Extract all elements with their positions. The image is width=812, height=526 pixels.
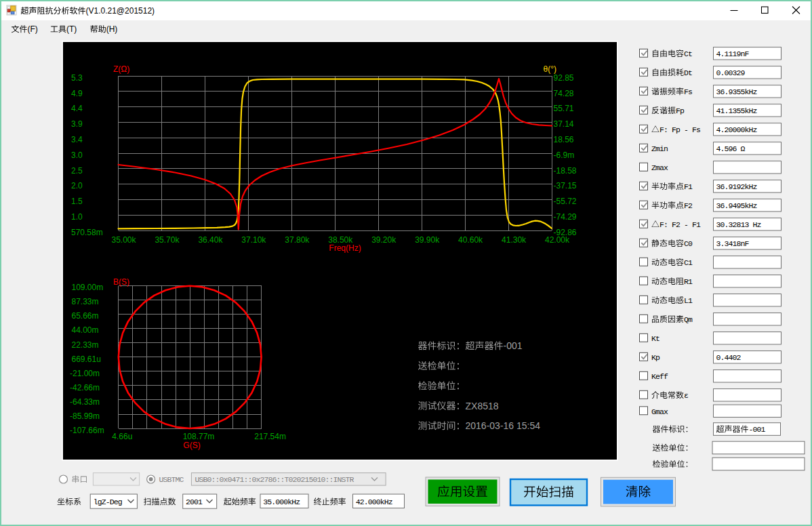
svg-text:-107.66m: -107.66m <box>70 426 104 435</box>
svg-text:35.00k: 35.00k <box>111 235 136 245</box>
svg-text:Qm: Qm <box>684 315 693 324</box>
svg-text:4.9: 4.9 <box>71 89 83 98</box>
svg-text:1.0: 1.0 <box>71 212 83 222</box>
svg-text:F1: F1 <box>684 182 693 191</box>
svg-text:Gmax: Gmax <box>651 407 668 416</box>
svg-text:-55.72: -55.72 <box>554 197 577 206</box>
svg-text:0.4402: 0.4402 <box>716 353 742 362</box>
svg-text:4.20000kHz: 4.20000kHz <box>716 125 757 134</box>
svg-text:-74.29: -74.29 <box>554 212 577 222</box>
svg-text:5.3: 5.3 <box>71 73 83 83</box>
svg-text:ZX8518: ZX8518 <box>466 401 499 411</box>
svg-text:3.3418nF: 3.3418nF <box>716 239 750 248</box>
svg-text:37.10k: 37.10k <box>241 235 266 245</box>
svg-text:(T): (T) <box>66 24 77 34</box>
svg-text:F: F2 - F1: F: F2 - F1 <box>659 220 701 229</box>
svg-text:36.9192kHz: 36.9192kHz <box>716 182 757 191</box>
svg-text:44.00m: 44.00m <box>72 325 99 335</box>
svg-text:87.33m: 87.33m <box>72 297 99 306</box>
svg-text:0.00329: 0.00329 <box>716 68 746 77</box>
svg-text:Ct: Ct <box>684 49 692 58</box>
svg-text:2016-03-16 15:54: 2016-03-16 15:54 <box>466 420 541 431</box>
svg-text:F: Fp - Fs: F: Fp - Fs <box>659 125 700 134</box>
svg-text:36.9355kHz: 36.9355kHz <box>716 87 757 96</box>
svg-text:2.0: 2.0 <box>71 181 83 190</box>
svg-text:65.66m: 65.66m <box>72 311 99 321</box>
svg-text:Fp: Fp <box>676 106 685 115</box>
svg-text:92.85: 92.85 <box>554 73 574 83</box>
svg-text:θ(°): θ(°) <box>544 64 556 74</box>
svg-text:C1: C1 <box>684 258 693 267</box>
svg-text:2.5: 2.5 <box>71 166 83 176</box>
svg-text:35.70k: 35.70k <box>155 235 180 245</box>
svg-text:55.71: 55.71 <box>554 104 574 113</box>
svg-text:-001: -001 <box>504 340 523 351</box>
svg-text:USB0::0x0471::0x2786::T0202150: USB0::0x0471::0x2786::T020215010::INSTR <box>195 475 354 484</box>
svg-text:Zmin: Zmin <box>651 144 668 153</box>
svg-text:Kt: Kt <box>651 334 659 343</box>
svg-text:4.596 Ω: 4.596 Ω <box>716 144 746 153</box>
svg-text:Freq(Hz): Freq(Hz) <box>329 243 361 253</box>
svg-text:41.1355kHz: 41.1355kHz <box>716 106 757 115</box>
svg-text:-6.9m: -6.9m <box>554 150 575 160</box>
svg-text:30.32813 Hz: 30.32813 Hz <box>716 220 761 229</box>
svg-text:USBTMC: USBTMC <box>159 475 184 484</box>
svg-text:39.20k: 39.20k <box>371 235 397 245</box>
svg-text:36.9495kHz: 36.9495kHz <box>716 201 757 210</box>
svg-text:4.66u: 4.66u <box>112 432 132 441</box>
svg-text:42.00k: 42.00k <box>545 235 570 245</box>
svg-text:3.4: 3.4 <box>71 135 83 144</box>
svg-text:-001: -001 <box>749 425 766 434</box>
svg-text:lgZ-Deg: lgZ-Deg <box>94 498 122 506</box>
svg-text:39.90k: 39.90k <box>415 235 440 245</box>
svg-text:Keff: Keff <box>651 372 668 381</box>
svg-text:109.00m: 109.00m <box>72 283 104 292</box>
svg-text:40.60k: 40.60k <box>458 235 483 245</box>
svg-text:37.14: 37.14 <box>554 119 574 129</box>
svg-text:Z(Ω): Z(Ω) <box>113 64 129 74</box>
svg-text:669.61u: 669.61u <box>72 355 101 364</box>
svg-text:-42.66m: -42.66m <box>70 383 100 392</box>
svg-text:Fs: Fs <box>684 87 692 96</box>
svg-text:-85.99m: -85.99m <box>70 411 100 421</box>
svg-text:22.33m: 22.33m <box>72 340 99 350</box>
svg-text:(V1.0.21@201512): (V1.0.21@201512) <box>86 6 155 16</box>
svg-text:4.4: 4.4 <box>71 104 83 113</box>
svg-text:18.56: 18.56 <box>554 135 574 144</box>
svg-text:-21.00m: -21.00m <box>70 369 100 378</box>
svg-text:B(S): B(S) <box>113 277 129 287</box>
svg-text:C0: C0 <box>684 239 693 248</box>
svg-text:F2: F2 <box>684 201 693 210</box>
svg-text:Zmax: Zmax <box>651 163 668 172</box>
svg-text:G(S): G(S) <box>183 441 200 450</box>
svg-text:ε: ε <box>684 391 689 400</box>
svg-text:37.80k: 37.80k <box>285 235 310 245</box>
svg-text:(H): (H) <box>106 24 118 34</box>
svg-text:-18.58: -18.58 <box>554 166 577 176</box>
svg-text:3.0: 3.0 <box>71 150 83 160</box>
svg-text:Kp: Kp <box>651 353 660 362</box>
svg-text:41.30k: 41.30k <box>502 235 527 245</box>
svg-text:-64.33m: -64.33m <box>70 397 100 407</box>
svg-text:74.28: 74.28 <box>554 89 574 98</box>
svg-text:L1: L1 <box>684 296 693 305</box>
svg-text:217.54m: 217.54m <box>254 432 286 441</box>
svg-text:1.5: 1.5 <box>71 197 83 206</box>
svg-text:570.58m: 570.58m <box>71 228 103 237</box>
svg-text:R1: R1 <box>684 277 693 286</box>
svg-text:3.9: 3.9 <box>71 119 83 129</box>
svg-text:4.1119nF: 4.1119nF <box>716 49 750 58</box>
svg-text:2001: 2001 <box>186 498 203 506</box>
svg-text:36.40k: 36.40k <box>198 235 223 245</box>
svg-text:42.000kHz: 42.000kHz <box>356 498 392 506</box>
svg-text:Dt: Dt <box>684 68 692 77</box>
svg-text:(F): (F) <box>28 24 38 34</box>
svg-text:-37.15: -37.15 <box>554 181 577 190</box>
svg-text:35.000kHz: 35.000kHz <box>263 498 300 506</box>
